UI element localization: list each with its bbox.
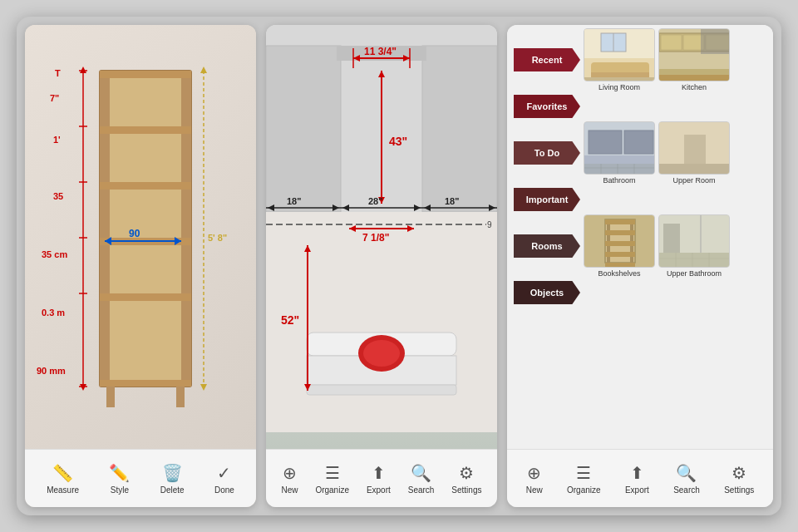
bookshelves-thumb[interactable] bbox=[584, 214, 655, 268]
right-search-icon: 🔍 bbox=[676, 463, 697, 483]
recent-images: Living Room bbox=[584, 28, 730, 91]
left-toolbar: 📏 Measure ✏️ Style 🗑️ Delete ✓ Done bbox=[25, 449, 256, 507]
room-measure-view: 11 3/4" 43" 18" 28" bbox=[266, 25, 497, 449]
svg-rect-104 bbox=[659, 164, 730, 175]
svg-rect-39 bbox=[266, 212, 497, 432]
category-row-objects: Objects bbox=[514, 281, 766, 304]
svg-text:18": 18" bbox=[445, 196, 459, 206]
category-row-important: Important bbox=[514, 188, 766, 211]
svg-text:18": 18" bbox=[287, 196, 301, 206]
right-export-icon: ⬆ bbox=[630, 463, 644, 483]
svg-text:90: 90 bbox=[129, 228, 140, 239]
svg-rect-118 bbox=[659, 253, 730, 268]
delete-label: Delete bbox=[160, 485, 185, 495]
svg-text:11 3/4": 11 3/4" bbox=[364, 46, 397, 57]
right-new-button[interactable]: ⊕ New bbox=[520, 460, 549, 498]
svg-rect-2 bbox=[181, 71, 191, 387]
upper-room-label: Upper Room bbox=[672, 176, 715, 185]
kitchen-pair: Kitchen bbox=[658, 28, 730, 91]
right-settings-label: Settings bbox=[724, 485, 754, 495]
style-icon: ✏️ bbox=[109, 463, 130, 483]
rooms-tag[interactable]: Rooms bbox=[514, 234, 580, 258]
search-label: Search bbox=[408, 485, 435, 495]
svg-text:35 cm: 35 cm bbox=[42, 249, 67, 259]
measure-icon: 📏 bbox=[52, 463, 73, 483]
svg-text:28": 28" bbox=[368, 196, 382, 206]
svg-marker-33 bbox=[200, 384, 207, 391]
right-settings-icon: ⚙ bbox=[732, 463, 746, 483]
todo-tag[interactable]: To Do bbox=[514, 141, 580, 165]
bookshelf-view: T 7" 1' 35 35 cm 0.3 m 90 mm 90 5' 8" bbox=[25, 25, 256, 449]
recent-tag[interactable]: Recent bbox=[514, 48, 580, 71]
done-label: Done bbox=[214, 485, 234, 495]
svg-rect-109 bbox=[605, 219, 635, 224]
right-organize-label: Organize bbox=[567, 485, 601, 495]
right-export-button[interactable]: ⬆ Export bbox=[618, 460, 656, 498]
svg-text:90 mm: 90 mm bbox=[37, 366, 66, 376]
mid-search-button[interactable]: 🔍 Search bbox=[401, 460, 441, 498]
upper-bathroom-label: Upper Bathroom bbox=[667, 269, 722, 278]
svg-rect-94 bbox=[589, 131, 622, 154]
middle-panel: 11 3/4" 43" 18" 28" bbox=[266, 25, 497, 507]
kitchen-thumb[interactable] bbox=[658, 28, 730, 81]
svg-rect-4 bbox=[100, 126, 191, 134]
svg-rect-8 bbox=[100, 380, 191, 387]
svg-rect-37 bbox=[422, 46, 497, 212]
todo-images: Bathroom bbox=[584, 121, 730, 185]
favorites-tag[interactable]: Favorites bbox=[514, 95, 580, 118]
middle-toolbar: ⊕ New ☰ Organize ⬆ Export 🔍 Search ⚙ Set… bbox=[266, 449, 497, 507]
right-new-icon: ⊕ bbox=[527, 463, 541, 483]
living-room-label: Living Room bbox=[598, 83, 640, 91]
category-row-todo: To Do bbox=[514, 121, 766, 185]
right-panel: Recent bbox=[507, 25, 773, 507]
search-icon: 🔍 bbox=[411, 463, 431, 483]
svg-text:1': 1' bbox=[53, 135, 61, 145]
bookshelves-label: Bookshelves bbox=[598, 269, 640, 278]
living-room-thumb[interactable] bbox=[584, 28, 655, 81]
svg-text:52": 52" bbox=[281, 313, 299, 327]
objects-tag[interactable]: Objects bbox=[514, 281, 580, 304]
delete-button[interactable]: 🗑️ Delete bbox=[154, 460, 191, 498]
right-toolbar: ⊕ New ☰ Organize ⬆ Export 🔍 Search ⚙ Set… bbox=[507, 449, 773, 507]
mid-export-button[interactable]: ⬆ Export bbox=[360, 460, 397, 498]
right-search-button[interactable]: 🔍 Search bbox=[667, 460, 707, 498]
svg-marker-18 bbox=[80, 66, 86, 73]
settings-icon: ⚙ bbox=[459, 463, 474, 483]
rooms-images: Bookshelves bbox=[584, 214, 730, 278]
measure-button[interactable]: 📏 Measure bbox=[40, 460, 86, 498]
svg-rect-1 bbox=[100, 71, 110, 387]
bathroom-thumb[interactable] bbox=[584, 121, 655, 175]
style-button[interactable]: ✏️ Style bbox=[102, 460, 136, 498]
upper-bathroom-pair: Upper Bathroom bbox=[658, 214, 730, 278]
upper-room-thumb[interactable] bbox=[658, 121, 730, 175]
category-row-rooms: Rooms bbox=[514, 214, 766, 278]
right-new-label: New bbox=[526, 485, 543, 495]
mid-settings-button[interactable]: ⚙ Settings bbox=[445, 460, 488, 498]
done-icon: ✓ bbox=[217, 463, 231, 483]
important-tag[interactable]: Important bbox=[514, 188, 580, 211]
categories-view: Recent bbox=[507, 25, 773, 449]
category-row-recent: Recent bbox=[514, 28, 766, 91]
organize-icon: ☰ bbox=[325, 463, 340, 483]
svg-rect-42 bbox=[307, 385, 456, 395]
upper-room-pair: Upper Room bbox=[658, 121, 730, 185]
svg-text:5' 8": 5' 8" bbox=[208, 233, 227, 243]
new-icon: ⊕ bbox=[283, 463, 297, 483]
done-button[interactable]: ✓ Done bbox=[208, 460, 241, 498]
svg-rect-111 bbox=[605, 241, 635, 246]
style-label: Style bbox=[111, 485, 129, 495]
right-settings-button[interactable]: ⚙ Settings bbox=[717, 460, 761, 498]
svg-text:0.3 m: 0.3 m bbox=[42, 308, 65, 318]
mid-new-button[interactable]: ⊕ New bbox=[274, 460, 304, 498]
svg-text:T: T bbox=[55, 68, 61, 78]
svg-text:43": 43" bbox=[389, 135, 407, 148]
svg-rect-89 bbox=[701, 29, 730, 54]
svg-text:9: 9 bbox=[487, 220, 492, 229]
svg-rect-36 bbox=[266, 46, 341, 212]
upper-bathroom-thumb[interactable] bbox=[658, 214, 730, 268]
mid-organize-button[interactable]: ☰ Organize bbox=[308, 460, 356, 498]
room-svg: 11 3/4" 43" 18" 28" bbox=[266, 25, 497, 432]
right-organize-button[interactable]: ☰ Organize bbox=[560, 460, 608, 498]
svg-text:7 1/8": 7 1/8" bbox=[362, 232, 389, 244]
svg-rect-110 bbox=[605, 230, 635, 235]
